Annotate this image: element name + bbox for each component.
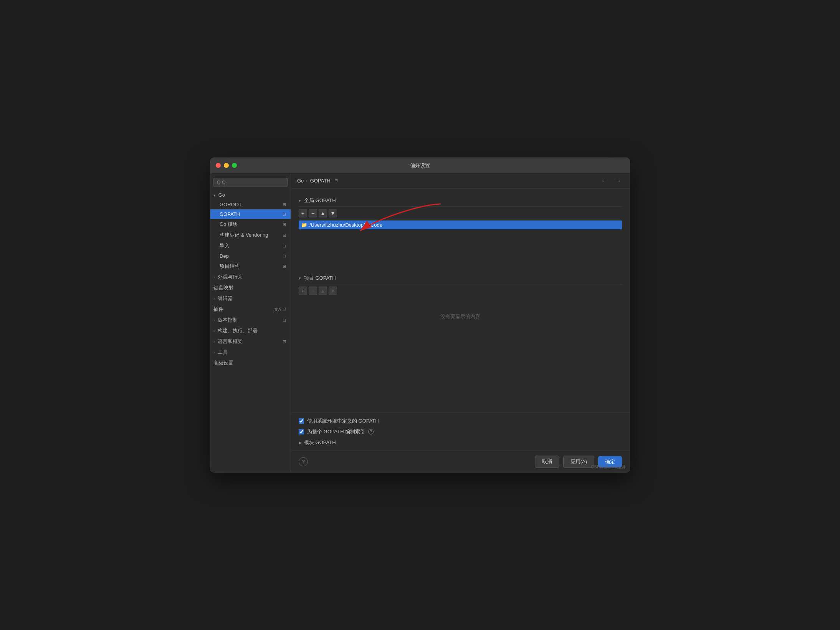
settings-icon: ⊟ <box>283 202 286 207</box>
sidebar-item-label: 外观与行为 <box>218 274 243 280</box>
sidebar-item-label: Dep <box>220 253 229 259</box>
sidebar-item-build-run[interactable]: › 构建、执行、部署 <box>210 325 291 336</box>
path-text: /Users/itzhuzhu/Desktop/goCode <box>309 222 382 228</box>
nav-forward-button[interactable]: → <box>613 177 623 185</box>
move-down-project-button[interactable]: ▼ <box>329 287 337 295</box>
breadcrumb-separator: › <box>306 178 308 184</box>
settings-icon: ⊟ <box>283 264 286 269</box>
chevron-right-icon: ▶ <box>299 440 302 445</box>
settings-icon: ⊟ <box>283 318 286 323</box>
breadcrumb-icon: ⊟ <box>334 178 338 183</box>
empty-section-text: 没有要显示的内容 <box>299 297 622 336</box>
module-gopath-label: 模块 GOPATH <box>304 439 336 446</box>
remove-project-path-button[interactable]: − <box>309 287 317 295</box>
global-gopath-title: 全局 GOPATH <box>304 197 336 204</box>
settings-icon: ⊟ <box>283 222 286 227</box>
sidebar-item-goroot[interactable]: GOROOT ⊟ <box>210 200 291 209</box>
translate-icon: 文A <box>274 307 281 312</box>
main-panel: Go › GOPATH ⊟ ← → ▾ 全局 GOPATH <box>291 173 630 472</box>
help-button[interactable]: ? <box>299 457 308 466</box>
sidebar-item-project-structure[interactable]: 项目结构 ⊟ <box>210 261 291 272</box>
sidebar-item-vcs[interactable]: › 版本控制 ⊟ <box>210 315 291 325</box>
sidebar-item-label: Go <box>218 192 225 198</box>
empty-text: 没有要显示的内容 <box>440 313 480 320</box>
apply-button[interactable]: 应用(A) <box>563 456 594 468</box>
nav-buttons: ← → <box>599 177 623 185</box>
chevron-down-icon: ▾ <box>213 193 215 197</box>
add-project-path-button[interactable]: + <box>299 287 307 295</box>
sidebar: Q ▾ Go GOROOT ⊟ GOPATH ⊟ Go <box>210 173 291 472</box>
search-input[interactable] <box>222 180 284 185</box>
chevron-right-icon: › <box>213 329 215 333</box>
watermark-text: CSDN @Java法师 <box>591 464 626 470</box>
bottom-area: 使用系统环境中定义的 GOPATH 为整个 GOPATH 编制索引 ? ▶ 模块… <box>291 413 630 451</box>
chevron-right-icon: › <box>213 340 215 344</box>
project-gopath-toolbar: + − ▲ ▼ <box>299 284 622 297</box>
footer: ? 取消 应用(A) 确定 <box>291 451 630 472</box>
sidebar-item-label: 插件 <box>213 306 223 313</box>
module-gopath-row[interactable]: ▶ 模块 GOPATH <box>299 439 622 446</box>
move-up-project-button[interactable]: ▲ <box>319 287 327 295</box>
sidebar-item-advanced[interactable]: 高级设置 <box>210 358 291 368</box>
nav-back-button[interactable]: ← <box>599 177 610 185</box>
close-button[interactable] <box>216 163 221 168</box>
sidebar-item-lang-frameworks[interactable]: › 语言和框架 ⊟ <box>210 336 291 347</box>
sidebar-item-imports[interactable]: 导入 ⊟ <box>210 240 291 251</box>
sidebar-item-editor[interactable]: › 编辑器 <box>210 293 291 304</box>
remove-path-button[interactable]: − <box>309 209 317 217</box>
breadcrumb: Go › GOPATH ⊟ <box>297 178 338 184</box>
chevron-down-icon: ▾ <box>299 276 301 281</box>
settings-icon: ⊟ <box>283 254 286 259</box>
sidebar-item-label: 高级设置 <box>213 360 233 366</box>
project-gopath-header: ▾ 项目 GOPATH <box>299 272 622 284</box>
sidebar-item-appearance[interactable]: › 外观与行为 <box>210 272 291 282</box>
main-content: ▾ 全局 GOPATH + − ▲ ▼ 📁 /Users/itzhuzhu/De… <box>291 189 630 413</box>
add-path-button[interactable]: + <box>299 209 307 217</box>
breadcrumb-go: Go <box>297 178 304 184</box>
content-area: Q ▾ Go GOROOT ⊟ GOPATH ⊟ Go <box>210 173 630 472</box>
window-controls <box>216 163 237 168</box>
move-up-button[interactable]: ▲ <box>319 209 327 217</box>
sidebar-item-gopath[interactable]: GOPATH ⊟ <box>210 209 291 219</box>
settings-icon: ⊟ <box>283 339 286 344</box>
global-gopath-toolbar: + − ▲ ▼ <box>299 207 622 220</box>
chevron-right-icon: › <box>213 350 215 355</box>
sidebar-item-label: GOPATH <box>220 211 240 217</box>
titlebar: 偏好设置 <box>210 158 630 173</box>
sidebar-item-label: Go 模块 <box>220 221 238 228</box>
sidebar-item-label: 语言和框架 <box>218 338 243 344</box>
search-icon: Q <box>217 180 220 185</box>
settings-icon: ⊟ <box>283 244 286 249</box>
maximize-button[interactable] <box>232 163 237 168</box>
global-gopath-section: ▾ 全局 GOPATH + − ▲ ▼ 📁 /Users/itzhuzhu/De… <box>299 195 622 229</box>
sidebar-item-go-module[interactable]: Go 模块 ⊟ <box>210 219 291 230</box>
sidebar-item-label: 版本控制 <box>218 317 238 323</box>
sidebar-item-plugins[interactable]: 插件 文A ⊟ <box>210 304 291 315</box>
use-system-gopath-checkbox[interactable] <box>299 418 304 424</box>
sidebar-item-tools[interactable]: › 工具 <box>210 347 291 358</box>
sidebar-item-build-vendoring[interactable]: 构建标记 & Vendoring ⊟ <box>210 230 291 240</box>
sidebar-item-keymap[interactable]: 键盘映射 <box>210 282 291 293</box>
sidebar-item-go[interactable]: ▾ Go <box>210 190 291 200</box>
path-entry[interactable]: 📁 /Users/itzhuzhu/Desktop/goCode <box>299 220 622 229</box>
checkbox1-label: 使用系统环境中定义的 GOPATH <box>307 418 379 424</box>
chevron-right-icon: › <box>213 297 215 301</box>
sidebar-item-label: 构建、执行、部署 <box>218 328 258 333</box>
index-gopath-checkbox[interactable] <box>299 429 304 434</box>
chevron-right-icon: › <box>213 318 215 322</box>
settings-icon: ⊟ <box>283 233 286 238</box>
move-down-button[interactable]: ▼ <box>329 209 337 217</box>
main-header: Go › GOPATH ⊟ ← → <box>291 173 630 189</box>
sidebar-item-label: 项目结构 <box>220 263 240 270</box>
help-icon[interactable]: ? <box>368 429 374 434</box>
search-box[interactable]: Q <box>213 178 288 187</box>
checkbox-row-2: 为整个 GOPATH 编制索引 ? <box>299 428 622 435</box>
settings-icon: ⊟ <box>283 212 286 217</box>
sidebar-item-dep[interactable]: Dep ⊟ <box>210 251 291 261</box>
breadcrumb-gopath: GOPATH <box>310 178 331 184</box>
cancel-button[interactable]: 取消 <box>535 456 559 468</box>
chevron-right-icon: › <box>213 275 215 279</box>
spacer <box>299 235 622 266</box>
minimize-button[interactable] <box>224 163 229 168</box>
sidebar-item-label: 工具 <box>218 349 228 355</box>
